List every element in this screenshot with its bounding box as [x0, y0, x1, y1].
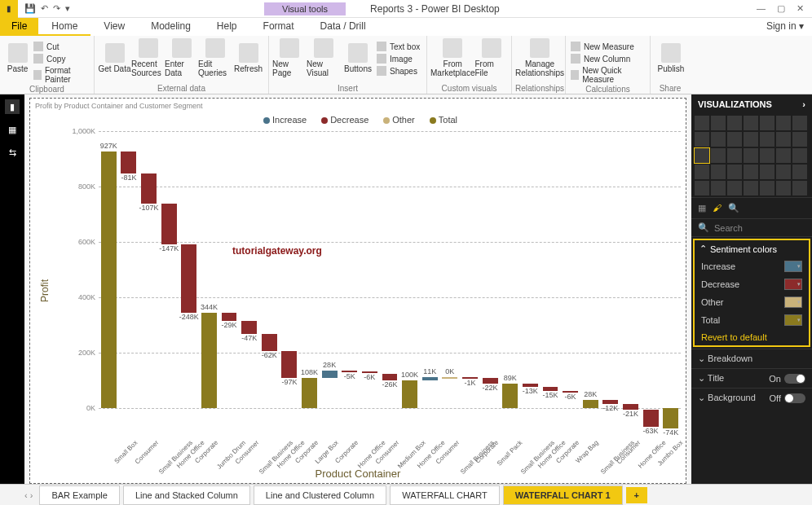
model-view-icon[interactable]: ⇆: [5, 145, 20, 160]
waterfall-bar[interactable]: -1K: [462, 377, 478, 379]
viz-type-button[interactable]: [695, 165, 709, 179]
waterfall-bar[interactable]: -107K: [141, 173, 157, 203]
cut-button[interactable]: Cut: [32, 41, 90, 52]
waterfall-bar[interactable]: -29K: [222, 313, 237, 321]
report-canvas[interactable]: Profit by Product Container and Customer…: [24, 94, 691, 484]
viz-type-button[interactable]: [792, 165, 807, 179]
color-picker[interactable]: [784, 279, 802, 290]
new-column-button[interactable]: New Column: [569, 53, 647, 64]
get-data-button[interactable]: Get Data: [98, 37, 131, 78]
waterfall-bar[interactable]: 108K: [302, 378, 317, 408]
legend-item[interactable]: Decrease: [316, 115, 368, 125]
viz-type-button[interactable]: [760, 116, 774, 130]
maximize-icon[interactable]: ▢: [777, 3, 785, 14]
waterfall-bar[interactable]: -63K: [643, 410, 659, 427]
page-tab[interactable]: Line and Clustered Column: [254, 485, 386, 505]
waterfall-bar[interactable]: 28K: [322, 371, 338, 379]
format-painter-button[interactable]: Format Painter: [32, 65, 90, 85]
new-page-button[interactable]: New Page: [272, 37, 307, 78]
enter-data-button[interactable]: Enter Data: [165, 37, 198, 78]
manage-relationships-button[interactable]: Manage Relationships: [515, 37, 564, 78]
waterfall-bar[interactable]: 89K: [502, 384, 518, 408]
chevron-right-icon[interactable]: ›: [802, 99, 805, 109]
viz-type-button[interactable]: [760, 148, 774, 163]
shapes-button[interactable]: Shapes: [375, 65, 421, 77]
viz-type-button[interactable]: [760, 165, 774, 179]
waterfall-bar[interactable]: -81K: [121, 152, 136, 174]
viz-type-button[interactable]: [711, 132, 726, 147]
image-button[interactable]: Image: [375, 53, 421, 64]
recent-sources-button[interactable]: Recent Sources: [131, 37, 165, 78]
waterfall-bar[interactable]: -5K: [342, 371, 357, 372]
file-tab[interactable]: File: [0, 18, 38, 36]
sign-in-link[interactable]: Sign in ▾: [758, 18, 812, 36]
data-view-icon[interactable]: ▦: [5, 122, 20, 137]
viz-type-button[interactable]: [744, 148, 758, 163]
waterfall-bar[interactable]: -26K: [382, 374, 398, 381]
buttons-button[interactable]: Buttons: [341, 37, 375, 78]
legend-item[interactable]: Total: [425, 115, 457, 125]
undo-icon[interactable]: ↶: [41, 3, 48, 14]
viz-type-button[interactable]: [792, 181, 807, 195]
waterfall-bar[interactable]: -15K: [543, 387, 558, 391]
waterfall-bar[interactable]: 28K: [583, 400, 598, 408]
viz-type-button[interactable]: [776, 116, 791, 130]
viz-type-button[interactable]: [695, 132, 709, 147]
new-measure-button[interactable]: New Measure: [569, 41, 647, 52]
publish-button[interactable]: Publish: [654, 37, 688, 78]
viz-type-button[interactable]: [792, 116, 807, 130]
waterfall-bar[interactable]: 0K: [442, 377, 457, 379]
color-picker[interactable]: [784, 296, 802, 308]
viz-type-button[interactable]: [711, 165, 726, 179]
waterfall-bar[interactable]: -47K: [241, 321, 257, 334]
viz-type-button[interactable]: [776, 132, 791, 147]
viz-type-button[interactable]: [727, 181, 742, 195]
waterfall-bar[interactable]: 344K: [201, 313, 217, 408]
viz-type-button[interactable]: [711, 181, 726, 195]
waterfall-bar[interactable]: -6K: [362, 371, 377, 373]
tab-datadrill[interactable]: Data / Drill: [307, 18, 379, 36]
background-section[interactable]: ⌄ Background Off: [691, 388, 812, 407]
textbox-button[interactable]: Text box: [375, 41, 421, 52]
title-section[interactable]: ⌄ Title On: [691, 368, 812, 388]
background-toggle[interactable]: [784, 393, 805, 403]
format-tab-icon[interactable]: 🖌: [713, 203, 722, 213]
waterfall-bar[interactable]: -22K: [483, 378, 498, 384]
viz-type-button[interactable]: [695, 181, 709, 195]
new-visual-button[interactable]: New Visual: [307, 37, 341, 78]
tab-format[interactable]: Format: [250, 18, 307, 36]
legend-item[interactable]: Increase: [258, 115, 307, 125]
new-quick-measure-button[interactable]: New Quick Measure: [569, 65, 647, 85]
report-view-icon[interactable]: ▮: [5, 99, 20, 114]
search-box[interactable]: 🔍 Search: [691, 219, 812, 237]
waterfall-bar[interactable]: -12K: [602, 400, 618, 403]
waterfall-bar[interactable]: -248K: [181, 244, 196, 313]
page-tab[interactable]: WATERFALL CHART: [390, 485, 500, 505]
tab-home[interactable]: Home: [38, 18, 90, 36]
viz-type-button[interactable]: [760, 181, 774, 195]
viz-type-button[interactable]: [792, 148, 807, 163]
waterfall-chart-visual[interactable]: Profit by Product Container and Customer…: [29, 98, 686, 484]
minimize-icon[interactable]: —: [757, 3, 766, 14]
tab-nav-arrows[interactable]: ‹ ›: [24, 490, 33, 500]
viz-type-button[interactable]: [711, 148, 726, 163]
waterfall-bar[interactable]: -13K: [523, 384, 538, 387]
viz-type-button[interactable]: [744, 132, 758, 147]
viz-type-button[interactable]: [776, 148, 791, 163]
tab-help[interactable]: Help: [204, 18, 250, 36]
waterfall-bar[interactable]: 11K: [422, 377, 438, 380]
page-tab[interactable]: Line and Stacked Column: [123, 485, 250, 505]
waterfall-bar[interactable]: -21K: [623, 404, 638, 410]
add-page-button[interactable]: +: [626, 487, 647, 503]
save-icon[interactable]: 💾: [24, 3, 36, 14]
viz-type-button[interactable]: [760, 132, 774, 147]
waterfall-bar[interactable]: -6K: [563, 391, 578, 393]
paste-button[interactable]: Paste: [3, 37, 32, 78]
viz-type-button[interactable]: [776, 181, 791, 195]
waterfall-bar[interactable]: 100K: [402, 380, 417, 408]
viz-type-button[interactable]: [744, 165, 758, 179]
waterfall-bar[interactable]: -147K: [161, 204, 177, 244]
waterfall-bar[interactable]: -97K: [281, 351, 297, 378]
viz-type-button[interactable]: [727, 132, 742, 147]
viz-type-button[interactable]: [727, 165, 742, 179]
